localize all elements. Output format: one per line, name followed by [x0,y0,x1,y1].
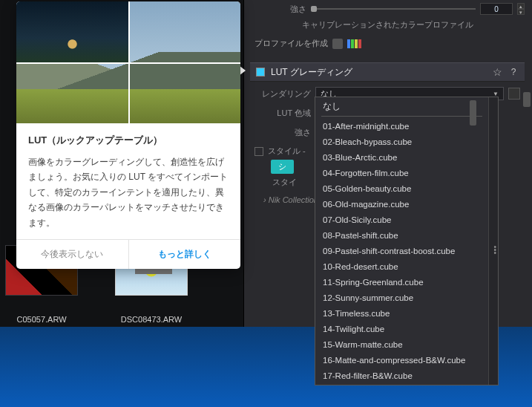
dropdown-item[interactable]: 07-Old-Sicily.cube [315,212,488,227]
strength-stepper[interactable]: ▴▾ [517,3,525,15]
dropdown-item[interactable]: 15-Warm-matte.cube [315,336,488,352]
dropdown-scrollbar[interactable]: ••• [488,97,498,385]
dropdown-item[interactable]: 08-Pastel-shift.cube [315,227,488,243]
section-enable-checkbox[interactable] [256,68,265,76]
lut-grading-section-header[interactable]: LUT グレーディング ☆ ? [250,62,525,82]
more-indicator-icon: ••• [493,246,496,255]
rendering-label: レンダリング [254,88,311,100]
dropdown-item[interactable]: 01-After-midnight.cube [315,118,488,134]
strength-value[interactable]: 0 [480,3,513,15]
dropdown-item[interactable]: 10-Red-desert.cube [315,258,488,274]
dropdown-item[interactable]: 02-Bleach-bypass.cube [315,134,488,149]
help-icon[interactable]: ? [508,67,519,77]
dropdown-item[interactable]: 11-Spring-Greenland.cube [315,274,488,290]
thumbnail-filename: C05057.ARW [16,315,66,324]
dropdown-item[interactable]: 17-Red-filter-B&W.cube [315,368,488,383]
style-label: スタイル - [268,146,306,157]
tooltip-learn-more-button[interactable]: もっと詳しく [129,240,241,269]
dropdown-item[interactable]: 12-Sunny-summer.cube [315,290,488,305]
color-swatches-icon[interactable] [347,39,361,48]
tooltip-body: 画像をカラーグレーディングして、創造性を広げましょう。お気に入りの LUT をす… [28,154,229,230]
dropdown-separator [321,116,482,117]
scrollbar-thumb[interactable] [470,100,476,126]
create-profile-link[interactable]: プロファイルを作成 [254,38,328,49]
section-title: LUT グレーディング [271,66,487,79]
strength2-label: 強さ [254,127,311,138]
favorite-star-icon[interactable]: ☆ [493,66,502,78]
strength-slider[interactable] [311,8,476,10]
tooltip-title: LUT（ルックアップテーブル） [28,134,229,147]
dropdown-item[interactable]: 13-Timeless.cube [315,305,488,321]
dropdown-item[interactable]: 03-Blue-Arctic.cube [315,149,488,165]
thumbnail-filename: DSC08473.ARW [121,315,182,324]
lut-tooltip-card: LUT（ルックアップテーブル） 画像をカラーグレーディングして、創造性を広げまし… [16,1,240,269]
sync-button[interactable]: シ [271,160,294,174]
profile-chip-icon[interactable] [332,39,343,49]
panel-scrollbar[interactable] [523,92,531,107]
calibrated-profile-label: キャリブレーションされたカラープロファイル [250,19,525,30]
strength-label: 強さ [250,4,306,15]
dropdown-item[interactable]: 05-Golden-beauty.cube [315,180,488,196]
dropdown-item[interactable]: 16-Matte-and-compressed-B&W.cube [315,352,488,368]
dropdown-item[interactable]: 06-Old-magazine.cube [315,196,488,212]
tooltip-hero-image [16,1,240,123]
dropdown-item[interactable]: 04-Forgotten-film.cube [315,165,488,180]
dropdown-item-none[interactable]: なし [315,99,488,114]
style-checkbox[interactable] [254,147,263,156]
lut-dropdown-list[interactable]: なし 01-After-midnight.cube 02-Bleach-bypa… [315,97,499,385]
reset-rendering-button[interactable] [508,88,520,100]
dropdown-item[interactable]: 14-Twilight.cube [315,321,488,336]
dropdown-item[interactable]: 09-Pastel-shift-contrast-boost.cube [315,243,488,258]
lut-gamut-label: LUT 色域 [254,108,311,119]
tooltip-dont-show-button[interactable]: 今後表示しない [16,240,129,269]
